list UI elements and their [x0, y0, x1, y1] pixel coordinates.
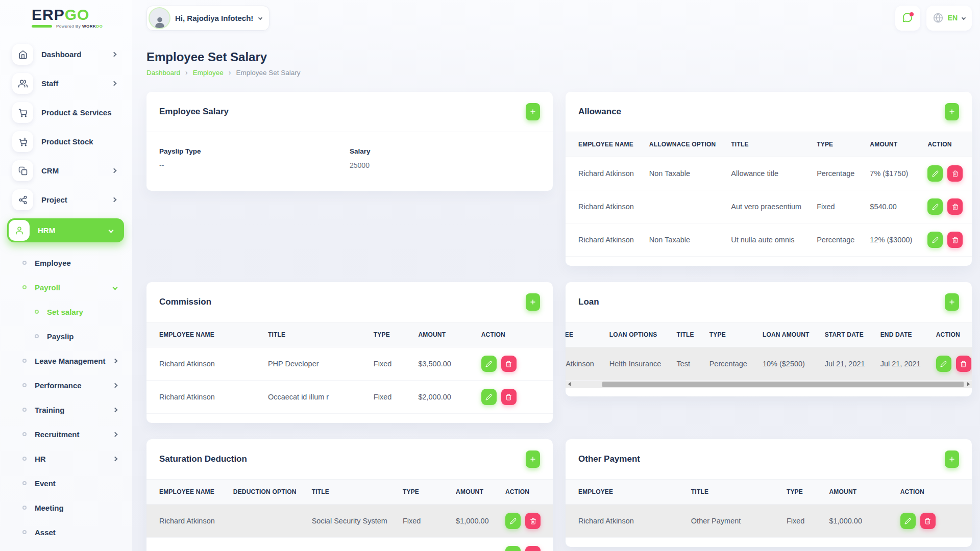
saturation-deduction-table: EMPLOYEE NAME DEDUCTION OPTION TITLE TYP… [146, 480, 553, 551]
globe-icon [933, 13, 943, 23]
user-menu[interactable]: Hi, Rajodiya Infotech! [146, 6, 270, 31]
edit-button[interactable] [927, 165, 943, 182]
erpgo-logo[interactable]: ERPGO Powered By WORKDO [0, 0, 132, 29]
sidebar-item-staff[interactable]: Staff [7, 73, 124, 94]
trash-icon [960, 361, 967, 367]
bullet-icon [22, 261, 27, 265]
sidebar-item-project[interactable]: Project [7, 189, 124, 210]
sidebar-item-asset[interactable]: Asset [0, 520, 132, 544]
delete-button[interactable] [501, 389, 517, 405]
edit-button[interactable] [927, 198, 943, 215]
plus-icon [529, 456, 536, 463]
bullet-icon [22, 432, 27, 436]
sidebar-item-crm[interactable]: CRM [7, 160, 124, 181]
sidebar-item-product-services[interactable]: Product & Services [7, 102, 124, 123]
page-title: Employee Set Salary [146, 50, 972, 64]
scroll-left-arrow[interactable] [568, 382, 571, 386]
table-row: Richard Atkinson Other Payment Fixed $1,… [566, 505, 972, 538]
delete-button[interactable] [947, 232, 963, 248]
edit-button[interactable] [900, 513, 916, 529]
sidebar-item-dashboard[interactable]: Dashboard [7, 44, 124, 65]
bullet-icon [22, 359, 27, 363]
edit-button[interactable] [936, 356, 951, 372]
saturation-deduction-card: Saturation Deduction EMPLOYEE NAME DEDUC… [146, 439, 553, 551]
cards-grid: Employee Salary Payslip Type -- Salary 2… [146, 92, 972, 551]
trash-icon [952, 170, 959, 177]
scroll-right-arrow[interactable] [967, 382, 970, 386]
table-row: Richard Atkinson Mutual Fund xyz Percent… [146, 538, 553, 551]
sidebar-item-recruitment[interactable]: Recruitment [0, 422, 132, 446]
topbar-actions: EN [895, 6, 972, 31]
edit-button[interactable] [505, 513, 521, 529]
add-deduction-button[interactable] [526, 450, 540, 468]
bullet-icon [35, 334, 39, 338]
allowance-table: EMPLOYEE NAME ALLOWNACE OPTION TITLE TYP… [566, 132, 972, 257]
edit-button[interactable] [481, 356, 497, 372]
breadcrumb-separator [185, 68, 188, 77]
table-row: Richard Atkinson PHP Developer Fixed $3,… [146, 347, 553, 381]
delete-button[interactable] [947, 198, 963, 215]
breadcrumb: Dashboard Employee Employee Set Salary [146, 68, 972, 77]
edit-button[interactable] [481, 389, 497, 405]
sidebar-item-payslip[interactable]: Payslip [0, 324, 132, 348]
sidebar-item-employee[interactable]: Employee [0, 251, 132, 275]
delete-button[interactable] [920, 513, 936, 529]
bullet-icon [22, 383, 27, 387]
user-icon [9, 220, 30, 241]
copy-icon [12, 160, 33, 181]
pencil-icon [485, 394, 492, 400]
breadcrumb-employee[interactable]: Employee [193, 69, 224, 77]
card-title: Employee Salary [159, 107, 229, 117]
messenger-button[interactable] [895, 6, 920, 31]
edit-button[interactable] [505, 546, 521, 551]
add-salary-button[interactable] [526, 103, 540, 120]
sidebar: ERPGO Powered By WORKDO Dashboard Staff … [0, 0, 132, 551]
bullet-icon [22, 481, 27, 485]
logo-text: ERPGO [32, 7, 132, 22]
hrm-submenu: Employee Payroll Set salary Payslip Leav… [0, 251, 132, 544]
breadcrumb-dashboard[interactable]: Dashboard [146, 69, 180, 77]
sidebar-item-product-stock[interactable]: Product Stock [7, 131, 124, 152]
pencil-icon [904, 518, 911, 524]
edit-button[interactable] [927, 232, 943, 248]
payslip-type-field: Payslip Type -- [159, 147, 350, 169]
chevron-right-icon [112, 168, 117, 173]
chevron-down-icon [258, 16, 262, 20]
add-commission-button[interactable] [526, 293, 540, 311]
table-row: Richard Atkinson Non Taxable Ut nulla au… [566, 223, 972, 257]
card-title: Commission [159, 297, 211, 307]
plus-icon [948, 456, 955, 463]
horizontal-scrollbar[interactable] [566, 381, 972, 388]
bullet-icon [22, 457, 27, 461]
card-title: Allowance [578, 107, 621, 117]
sidebar-item-hr[interactable]: HR [0, 446, 132, 471]
card-title: Other Payment [578, 454, 640, 464]
sidebar-item-payroll[interactable]: Payroll [0, 275, 132, 299]
delete-button[interactable] [525, 513, 541, 529]
delete-button[interactable] [947, 165, 963, 182]
sidebar-item-event[interactable]: Event [0, 471, 132, 495]
chevron-right-icon [113, 432, 118, 437]
salary-field: Salary 25000 [350, 147, 540, 169]
delete-button[interactable] [501, 356, 517, 372]
sidebar-item-set-salary[interactable]: Set salary [0, 299, 132, 324]
bullet-icon [22, 408, 27, 412]
sidebar-item-training[interactable]: Training [0, 397, 132, 422]
add-other-payment-button[interactable] [945, 450, 959, 468]
chevron-right-icon [113, 358, 118, 363]
language-selector[interactable]: EN [926, 6, 972, 31]
scrollbar-thumb[interactable] [602, 382, 964, 387]
add-allowance-button[interactable] [945, 103, 959, 120]
table-row: Richard Atkinson Occaecat id illum r Fix… [146, 381, 553, 414]
table-row: Richard Atkinson Helth Insurance Test Pe… [566, 347, 972, 381]
delete-button[interactable] [956, 356, 971, 372]
loan-table: EMPLOYEE LOAN OPTIONS TITLE TYPE LOAN AM… [566, 322, 972, 381]
sidebar-item-meeting[interactable]: Meeting [0, 495, 132, 520]
sidebar-menu: Dashboard Staff Product & Services Produ… [0, 44, 132, 544]
sidebar-item-hrm[interactable]: HRM [7, 218, 124, 242]
add-loan-button[interactable] [945, 293, 959, 311]
share-icon [12, 189, 33, 210]
sidebar-item-leave-management[interactable]: Leave Management [0, 348, 132, 373]
delete-button[interactable] [525, 546, 541, 551]
sidebar-item-performance[interactable]: Performance [0, 373, 132, 397]
